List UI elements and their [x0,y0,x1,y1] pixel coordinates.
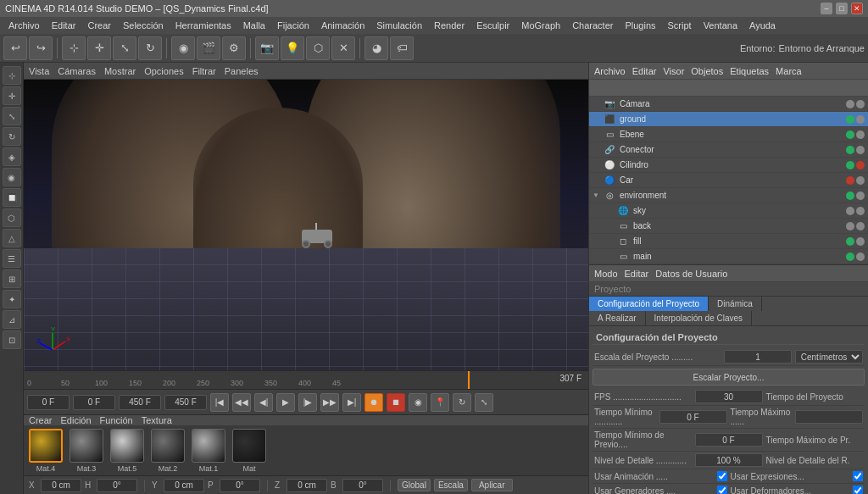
tool-4[interactable]: △ [3,229,21,247]
frame-end2-input[interactable] [164,395,207,410]
menu-item-fijación[interactable]: Fijación [272,19,314,32]
minimize-button[interactable]: – [821,3,832,14]
tool-3[interactable]: ⬡ [3,208,21,227]
stop-button[interactable]: ⏹ [387,393,405,412]
menu-item-crear[interactable]: Crear [82,19,116,32]
next-key-button[interactable]: |▶ [298,393,317,412]
close-button[interactable]: ✕ [851,3,863,14]
attr-menu-modo[interactable]: Modo [594,269,618,279]
object-list-row[interactable]: 📷Cámara [589,97,868,112]
fps-input[interactable] [695,390,763,403]
menu-item-animación[interactable]: Animación [316,19,370,32]
menu-item-ventana[interactable]: Ventana [698,19,743,32]
attr-tab[interactable]: Interpolación de Claves [646,311,753,325]
next-frame-button[interactable]: ▶▶ [320,393,339,412]
render-button[interactable]: 🎬 [197,36,220,60]
obj-menu-etiquetas[interactable]: Etiquetas [730,66,769,76]
nivel-detalle-input[interactable] [695,453,763,467]
x-input[interactable] [41,479,81,492]
scale-input[interactable] [724,350,792,364]
move-button[interactable]: ✛ [87,36,111,60]
z-input[interactable] [287,479,327,492]
tiempo-min-input[interactable] [659,410,727,424]
tag-button[interactable]: 🏷 [390,36,414,60]
tool-move[interactable]: ✛ [3,86,21,105]
redo-button[interactable]: ↪ [29,36,53,60]
object-list-row[interactable]: ▭back [589,219,868,234]
prev-frame-button[interactable]: ◀◀ [232,393,251,412]
menu-item-render[interactable]: Render [429,19,470,32]
frame-current-input[interactable] [73,395,115,410]
tool-rotate[interactable]: ↻ [3,127,21,146]
usar-gen-checkbox[interactable] [717,486,727,494]
b-input[interactable] [342,479,383,492]
attr-menu-editar[interactable]: Editar [625,269,649,279]
key-scl-button[interactable]: ⤡ [475,393,493,412]
timeline-ruler[interactable]: 05010015020025030035040045 307 F [27,371,585,389]
h-input[interactable] [97,479,137,492]
playhead[interactable] [468,371,470,389]
material-item[interactable]: Mat.3 [70,429,103,473]
object-list-row[interactable]: ⬛ground [589,112,868,127]
object-list-row[interactable]: ▭main [589,249,868,264]
mat-menu-textura[interactable]: Textura [142,415,172,425]
tool-6[interactable]: ⊞ [3,269,21,288]
mat-menu-función[interactable]: Función [100,415,133,425]
tool-7[interactable]: ✦ [3,290,21,308]
mat-menu-crear[interactable]: Crear [29,415,53,425]
attr-tab[interactable]: A Realizar [589,311,646,325]
menu-item-ayuda[interactable]: Ayuda [744,19,781,32]
frame-start-input[interactable] [27,395,70,410]
menu-item-script[interactable]: Script [663,19,697,32]
menu-item-archivo[interactable]: Archivo [3,19,45,32]
scale-project-button[interactable]: Escalar Proyecto... [593,369,865,386]
obj-menu-objetos[interactable]: Objetos [691,66,723,76]
menu-item-simulación[interactable]: Simulación [371,19,427,32]
material-button[interactable]: ◕ [364,36,388,60]
object-list-row[interactable]: ◻fill [589,234,868,249]
usar-anim-checkbox[interactable] [717,471,727,481]
record-button[interactable]: ⏺ [364,393,383,412]
menu-item-malla[interactable]: Malla [238,19,270,32]
material-item[interactable]: Mat [232,429,266,473]
scale-button[interactable]: ⤡ [113,36,136,60]
object-list-row[interactable]: ▭Ebene [589,127,868,142]
goto-start-button[interactable]: |◀ [210,393,229,412]
prev-key-button[interactable]: ◀| [254,393,273,412]
play-button[interactable]: ▶ [276,393,295,412]
object-list-row[interactable]: ▼◎environment [589,188,868,203]
viewport-menu-filtrar[interactable]: Filtrar [192,66,216,76]
goto-end-button[interactable]: ▶| [342,393,361,412]
object-list-row[interactable]: 🔵Car [589,173,868,188]
undo-button[interactable]: ↩ [3,36,27,60]
key-pos-button[interactable]: 📍 [431,393,449,412]
tool-live[interactable]: ◉ [3,168,21,186]
maximize-button[interactable]: □ [836,3,848,14]
obj-menu-visor[interactable]: Visor [663,66,684,76]
scale-dropdown[interactable]: Escala [434,479,468,491]
tiempo-max-input[interactable] [795,410,863,424]
tool-9[interactable]: ⊡ [3,330,21,349]
viewport-menu-paneles[interactable]: Paneles [225,66,259,76]
scale-unit-select[interactable]: Centímetros [795,350,863,364]
rotate-button[interactable]: ↻ [138,36,162,60]
apply-button[interactable]: Aplicar [471,479,513,491]
menu-item-esculpir[interactable]: Esculpir [471,19,515,32]
light-button[interactable]: 💡 [281,36,304,60]
usar-def-checkbox[interactable] [853,486,863,494]
usar-expr-checkbox[interactable] [853,471,863,481]
object-list-row[interactable]: ⚪Cilindro [589,158,868,173]
render-view-button[interactable]: ◉ [171,36,195,60]
render-settings-button[interactable]: ⚙ [222,36,246,60]
tool-5[interactable]: ☰ [3,249,21,268]
obj-menu-marca[interactable]: Marca [776,66,802,76]
global-dropdown[interactable]: Global [398,479,431,491]
menu-item-herramientas[interactable]: Herramientas [170,19,236,32]
y-input[interactable] [164,479,204,492]
null-button[interactable]: ✕ [331,36,355,60]
key-rot-button[interactable]: ↻ [453,393,471,412]
material-item[interactable]: Mat.4 [29,429,63,473]
viewport-menu-vista[interactable]: Vista [29,66,49,76]
menu-item-character[interactable]: Character [567,19,618,32]
object-button[interactable]: ⬡ [306,36,330,60]
